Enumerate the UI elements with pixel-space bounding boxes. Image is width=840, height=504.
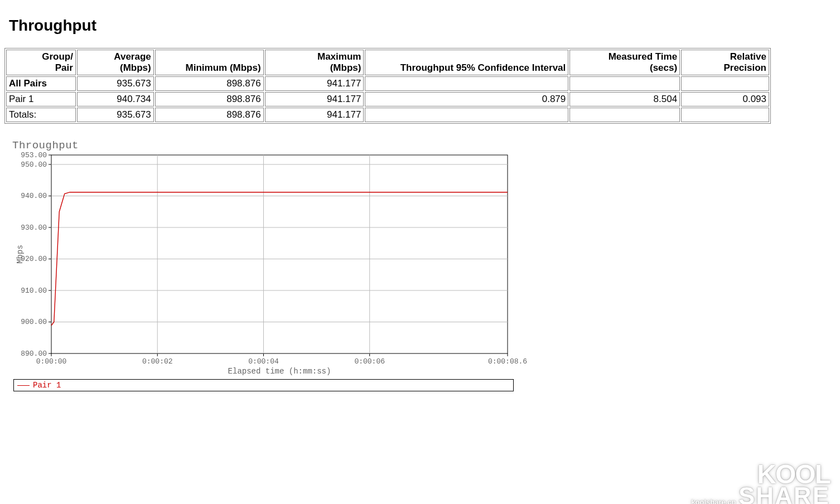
y-axis-title: Mbps: [16, 245, 25, 264]
cell-avg: 935.673: [77, 108, 154, 122]
y-tick-label: 900.00: [21, 318, 47, 326]
y-tick-label: 940.00: [21, 192, 47, 200]
col-group-pair-l2: Pair: [55, 62, 73, 73]
col-average-l2: (Mbps): [120, 62, 151, 73]
cell-ci: [365, 108, 568, 122]
col-ci: Throughput 95% Confidence Interval: [365, 50, 568, 75]
table-head: Group/ Pair Average (Mbps) Minimum (Mbps…: [6, 50, 769, 75]
cell-ci: [365, 76, 568, 91]
cell-avg: 940.734: [77, 92, 154, 106]
page-title: Throughput: [9, 17, 840, 35]
y-tick-label: 890.00: [21, 350, 47, 358]
col-maximum-l2: (Mbps): [330, 62, 361, 73]
y-tick-label: 953.00: [21, 151, 47, 159]
legend: Pair 1: [13, 379, 514, 391]
cell-max: 941.177: [265, 108, 364, 122]
x-tick-label: 0:00:04: [248, 357, 279, 366]
col-measured: Measured Time (secs): [569, 50, 680, 75]
table-row: Pair 1 940.734 898.876 941.177 0.879 8.5…: [6, 92, 769, 106]
col-maximum-l1: Maximum: [317, 51, 361, 62]
cell-avg: 935.673: [77, 76, 154, 91]
col-precision: Relative Precision: [681, 50, 769, 75]
cell-ci: 0.879: [365, 92, 568, 106]
watermark-line1: KOOL: [691, 464, 830, 485]
chart-svg: 0:00:000:00:020:00:040:00:060:00:08.6890…: [12, 153, 517, 376]
svg-rect-0: [51, 155, 508, 353]
x-tick-label: 0:00:02: [142, 357, 173, 366]
col-minimum: Minimum (Mbps): [155, 50, 264, 75]
cell-prec: [681, 108, 769, 122]
legend-label: Pair 1: [33, 381, 61, 390]
col-precision-l1: Relative: [730, 51, 766, 62]
legend-line-icon: [17, 385, 30, 386]
col-average-l1: Average: [114, 51, 151, 62]
cell-label: Pair 1: [6, 92, 76, 106]
cell-label: Totals:: [6, 108, 76, 122]
y-tick-label: 910.00: [21, 287, 47, 295]
col-group-pair: Group/ Pair: [6, 50, 76, 75]
col-group-pair-l1: Group/: [42, 51, 73, 62]
x-tick-label: 0:00:06: [354, 357, 385, 366]
table-body: All Pairs 935.673 898.876 941.177 Pair 1…: [6, 76, 769, 122]
cell-prec: [681, 76, 769, 91]
x-tick-label: 0:00:00: [36, 357, 67, 366]
chart: Throughput 0:00:000:00:020:00:040:00:060…: [12, 139, 517, 391]
y-tick-label: 920.00: [21, 255, 47, 263]
chart-plot-area: 0:00:000:00:020:00:040:00:060:00:08.6890…: [12, 153, 517, 376]
watermark: KOOL koolshare.cn SHARE: [691, 464, 830, 504]
watermark-line2: SHARE: [738, 482, 830, 504]
cell-prec: 0.093: [681, 92, 769, 106]
cell-time: [569, 108, 680, 122]
table-row: All Pairs 935.673 898.876 941.177: [6, 76, 769, 91]
y-tick-label: 930.00: [21, 224, 47, 232]
x-axis-title: Elapsed time (h:mm:ss): [228, 367, 331, 376]
cell-label: All Pairs: [6, 76, 76, 91]
cell-time: 8.504: [569, 92, 680, 106]
watermark-sub: koolshare.cn: [691, 498, 736, 504]
col-measured-l1: Measured Time: [609, 51, 677, 62]
y-tick-label: 950.00: [21, 161, 47, 169]
col-measured-l2: (secs): [650, 62, 677, 73]
x-tick-label: 0:00:08.6: [488, 357, 527, 366]
cell-time: [569, 76, 680, 91]
cell-min: 898.876: [155, 92, 264, 106]
chart-title: Throughput: [12, 139, 517, 152]
col-maximum: Maximum (Mbps): [265, 50, 364, 75]
col-precision-l2: Precision: [723, 62, 766, 73]
col-average: Average (Mbps): [77, 50, 154, 75]
table-row: Totals: 935.673 898.876 941.177: [6, 108, 769, 122]
cell-min: 898.876: [155, 108, 264, 122]
cell-max: 941.177: [265, 76, 364, 91]
throughput-table: Group/ Pair Average (Mbps) Minimum (Mbps…: [4, 48, 771, 124]
cell-max: 941.177: [265, 92, 364, 106]
cell-min: 898.876: [155, 76, 264, 91]
